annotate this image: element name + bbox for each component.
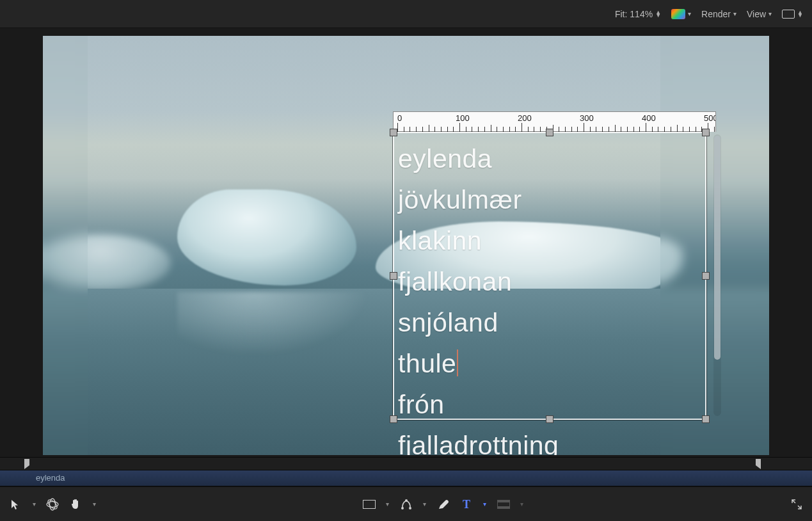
ruler-label: 100 [456, 113, 470, 123]
ruler-label: 200 [518, 113, 532, 123]
resize-handle-b[interactable] [546, 415, 553, 423]
render-label: Render [701, 9, 731, 19]
rectangle-icon [363, 500, 376, 509]
stepper-icon: ▲▼ [797, 11, 803, 17]
resize-handle-r[interactable] [702, 272, 710, 280]
svg-point-4 [409, 507, 411, 509]
chevron-down-icon: ▾ [733, 10, 736, 17]
pen-tool[interactable] [397, 495, 415, 513]
resize-handle-t[interactable] [546, 129, 553, 136]
text-bounding-box[interactable] [393, 132, 706, 420]
mask-tool-menu[interactable]: ▾ [518, 495, 527, 513]
pan-tool[interactable] [67, 495, 84, 513]
render-menu[interactable]: Render ▾ [701, 9, 736, 19]
bg-iceberg [177, 189, 356, 285]
rectangle-tool-menu[interactable]: ▾ [383, 495, 392, 513]
svg-point-2 [46, 498, 58, 510]
fit-zoom-control[interactable]: Fit: 114% ▲▼ [615, 9, 661, 19]
text-ruler[interactable]: 0100200300400500 [393, 111, 716, 132]
select-tool[interactable] [6, 495, 24, 513]
view-menu[interactable]: View ▾ [747, 9, 772, 19]
clip-bar[interactable]: eylenda [0, 470, 812, 486]
3d-transform-tool[interactable] [44, 495, 61, 513]
svg-point-3 [401, 507, 404, 509]
resize-handle-br[interactable] [702, 415, 710, 423]
text-tool-menu[interactable]: ▾ [481, 495, 490, 513]
mask-tool[interactable] [495, 495, 513, 513]
bg-blur [43, 36, 88, 455]
viewport-icon [782, 10, 795, 19]
stepper-icon: ▲▼ [655, 11, 661, 17]
in-point-marker[interactable] [24, 459, 31, 469]
viewer-area: 0100200300400500 eylendajövkulmærklakinn… [0, 28, 812, 457]
color-swatch-icon [671, 9, 685, 19]
bg-reflection [177, 292, 369, 356]
canvas[interactable]: 0100200300400500 eylendajövkulmærklakinn… [43, 36, 769, 455]
select-tool-menu[interactable]: ▾ [29, 495, 38, 513]
tools-toolbar: ▾ ▾ ▾ ▾ T ▾ ▾ [0, 486, 812, 521]
out-point-marker[interactable] [754, 459, 761, 469]
rectangle-tool[interactable] [360, 495, 378, 513]
text-line[interactable]: fjalladrottning [398, 425, 705, 455]
chevron-down-icon: ▾ [688, 10, 691, 17]
viewport-layout-menu[interactable]: ▲▼ [782, 10, 803, 19]
ruler-label: 500 [704, 113, 716, 123]
text-box-scrollbar[interactable] [713, 134, 721, 416]
mask-icon [497, 500, 510, 509]
resize-handle-tl[interactable] [390, 129, 397, 136]
viewer-toolbar: Fit: 114% ▲▼ ▾ Render ▾ View ▾ ▲▼ [0, 0, 812, 28]
paint-stroke-tool[interactable] [434, 495, 452, 513]
color-channel-menu[interactable]: ▾ [671, 9, 691, 19]
ruler-label: 300 [580, 113, 594, 123]
scrollbar-thumb[interactable] [714, 136, 720, 360]
chevron-down-icon: ▾ [768, 10, 772, 17]
svg-text:T: T [462, 498, 470, 511]
clip-name: eylenda [36, 473, 65, 483]
resize-handle-tr[interactable] [702, 129, 710, 136]
fullscreen-toggle[interactable] [788, 495, 806, 513]
ruler-label: 0 [397, 113, 402, 123]
fit-value: 114% [630, 9, 653, 19]
fit-label: Fit: [615, 9, 627, 19]
svg-point-5 [405, 499, 408, 502]
view-label: View [747, 9, 766, 19]
resize-handle-l[interactable] [390, 272, 397, 280]
ruler-label: 400 [642, 113, 656, 123]
resize-handle-bl[interactable] [390, 415, 397, 423]
pen-tool-menu[interactable]: ▾ [420, 495, 429, 513]
mini-timeline[interactable] [0, 457, 812, 470]
pan-tool-menu[interactable]: ▾ [90, 495, 99, 513]
text-tool[interactable]: T [458, 495, 475, 513]
